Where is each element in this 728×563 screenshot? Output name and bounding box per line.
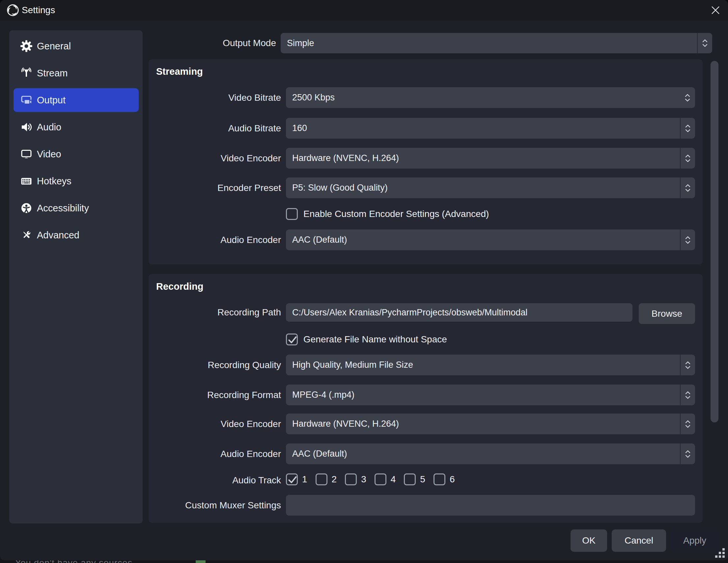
recording-path-value: C:/Users/Alex Kranias/PycharmProjects/ob… [292,303,626,322]
custom-muxer-input[interactable] [286,495,695,516]
footer-buttons: OK Cancel Apply [571,529,719,552]
recording-section-title: Recording [156,281,203,292]
audio-track-4-number: 4 [391,474,396,485]
generate-filename-row: Generate File Name without Space [286,333,447,345]
audio-track-3-checkbox[interactable] [345,473,357,485]
audio-track-1-number: 1 [302,474,307,485]
stream-video-encoder-select[interactable]: Hardware (NVENC, H.264) [286,148,695,169]
audio-track-4: 4 [375,473,396,485]
sidebar-item-general[interactable]: General [14,34,139,58]
accessibility-icon [20,202,33,214]
sidebar-item-label: Video [37,149,61,160]
sidebar-item-stream[interactable]: Stream [14,61,139,85]
sidebar-item-audio[interactable]: Audio [14,115,139,139]
audio-track-5: 5 [404,473,425,485]
chevron-up-down-icon[interactable] [680,178,695,198]
recording-video-encoder-select[interactable]: Hardware (NVENC, H.264) [286,413,695,434]
browse-button-label: Browse [652,308,682,319]
recording-path-input[interactable]: C:/Users/Alex Kranias/PycharmProjects/ob… [286,303,632,322]
ok-button[interactable]: OK [571,529,607,552]
audio-track-5-number: 5 [420,474,425,485]
output-mode-value: Simple [287,33,692,53]
tools-icon [20,229,33,241]
audio-bitrate-label: Audio Bitrate [149,118,281,139]
chevron-up-down-icon[interactable] [680,413,695,434]
close-button[interactable] [709,5,722,16]
chevron-up-down-icon[interactable] [680,87,695,108]
sidebar-item-hotkeys[interactable]: Hotkeys [14,169,139,193]
sidebar-item-label: Hotkeys [37,176,71,187]
monitor-icon [20,148,33,160]
output-mode-label: Output Mode [165,33,276,53]
chevron-up-down-icon[interactable] [680,118,695,139]
stream-audio-encoder-label: Audio Encoder [149,230,281,250]
custom-encoder-settings-checkbox[interactable] [286,208,298,220]
resize-grip-icon[interactable] [714,547,725,558]
audio-track-label: Audio Track [149,474,281,487]
audio-track-2-number: 2 [332,474,337,485]
checkmark-icon [287,334,298,346]
browse-button[interactable]: Browse [639,303,695,324]
recording-quality-label: Recording Quality [149,354,281,375]
recording-audio-encoder-value: AAC (Default) [292,443,675,464]
chevron-up-down-icon[interactable] [680,443,695,464]
recording-path-label: Recording Path [149,303,281,322]
speaker-icon [20,121,33,133]
recording-format-label: Recording Format [149,384,281,405]
encoder-preset-value: P5: Slow (Good Quality) [292,178,675,198]
checkmark-icon [287,474,298,486]
screen: You don't have any sources. Settings [0,0,728,563]
audio-bitrate-select[interactable]: 160 [286,118,695,139]
chevron-up-down-icon[interactable] [680,354,695,375]
vertical-scrollbar-thumb[interactable] [711,61,718,422]
video-bitrate-label: Video Bitrate [149,87,281,108]
stream-audio-encoder-select[interactable]: AAC (Default) [286,230,695,250]
close-icon [711,5,720,15]
stream-audio-encoder-value: AAC (Default) [292,230,675,250]
audio-track-6-number: 6 [450,474,455,485]
chevron-up-down-icon[interactable] [680,230,695,250]
generate-filename-label: Generate File Name without Space [303,334,447,345]
audio-track-5-checkbox[interactable] [404,473,416,485]
window-title: Settings [22,5,55,15]
stream-video-encoder-value: Hardware (NVENC, H.264) [292,148,675,169]
video-bitrate-spinbox[interactable]: 2500 Kbps [286,87,695,108]
custom-encoder-settings-label: Enable Custom Encoder Settings (Advanced… [303,209,489,219]
gear-icon [20,40,33,52]
main-area: General Stream [0,20,728,560]
chevron-up-down-icon[interactable] [697,33,712,53]
generate-filename-checkbox[interactable] [286,333,298,345]
sidebar-item-label: General [37,41,71,52]
encoder-preset-label: Encoder Preset [149,178,281,198]
video-bitrate-value: 2500 Kbps [292,87,675,108]
sidebar-item-advanced[interactable]: Advanced [14,223,139,247]
sidebar-item-label: Output [37,95,66,106]
audio-track-3-number: 3 [361,474,366,485]
apply-button[interactable]: Apply [671,529,719,552]
output-mode-select[interactable]: Simple [281,33,712,53]
recording-format-select[interactable]: MPEG-4 (.mp4) [286,384,695,405]
encoder-preset-select[interactable]: P5: Slow (Good Quality) [286,178,695,198]
custom-muxer-value [292,495,689,516]
audio-track-6: 6 [434,473,455,485]
recording-audio-encoder-select[interactable]: AAC (Default) [286,443,695,464]
recording-quality-value: High Quality, Medium File Size [292,354,675,375]
cancel-button[interactable]: Cancel [612,529,666,552]
stream-video-encoder-label: Video Encoder [149,148,281,169]
chevron-up-down-icon[interactable] [680,384,695,405]
streaming-section-title: Streaming [156,66,203,77]
audio-track-1: 1 [286,473,307,485]
audio-track-6-checkbox[interactable] [434,473,445,485]
sidebar-item-video[interactable]: Video [14,142,139,166]
sidebar-item-output[interactable]: Output [14,88,139,112]
chevron-up-down-icon[interactable] [680,148,695,169]
sidebar-item-accessibility[interactable]: Accessibility [14,196,139,220]
audio-track-1-checkbox[interactable] [286,473,298,485]
sidebar: General Stream [9,30,143,523]
audio-track-4-checkbox[interactable] [375,473,386,485]
custom-muxer-label: Custom Muxer Settings [149,495,281,516]
recording-panel: Recording Recording Path C:/Users/Alex K… [149,274,703,523]
broadcast-antenna-icon [20,67,33,79]
recording-quality-select[interactable]: High Quality, Medium File Size [286,354,695,375]
audio-track-2-checkbox[interactable] [316,473,327,485]
